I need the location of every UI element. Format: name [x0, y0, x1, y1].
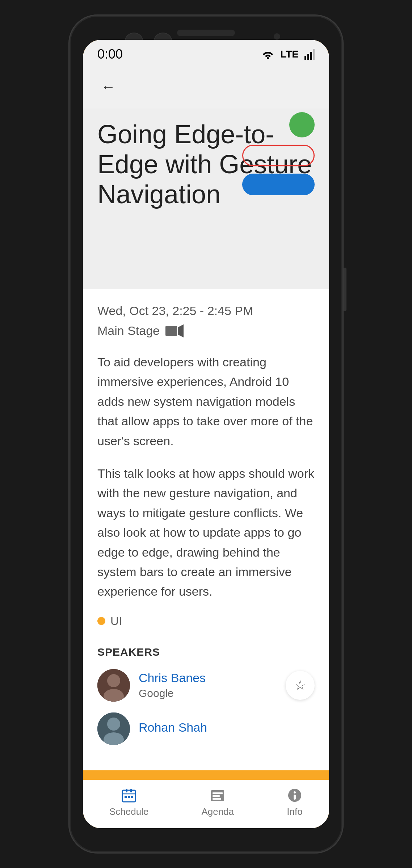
svg-rect-21 [213, 792, 223, 794]
schedule-icon [121, 787, 137, 803]
tag-row: UI [97, 614, 315, 628]
nav-item-schedule[interactable]: Schedule [109, 787, 148, 817]
svg-rect-5 [165, 326, 177, 336]
tag-label: UI [110, 614, 122, 628]
speaker-info-1: Chris Banes Google [139, 671, 277, 699]
svg-point-8 [107, 674, 120, 687]
lte-label: LTE [280, 48, 299, 60]
speaker-avatar-1 [97, 669, 130, 702]
star-icon: ☆ [294, 678, 306, 693]
svg-rect-14 [126, 789, 127, 792]
earpiece-speaker [177, 30, 235, 36]
wifi-icon [261, 49, 274, 60]
nav-label-schedule: Schedule [109, 806, 148, 817]
hero-buttons [242, 112, 315, 195]
side-button [344, 268, 346, 311]
session-location: Main Stage [97, 324, 315, 338]
phone-frame: 0:00 LTE [68, 14, 344, 854]
svg-point-11 [107, 718, 120, 731]
svg-point-0 [267, 57, 269, 59]
speaker-avatar-2 [97, 712, 130, 745]
svg-rect-15 [130, 789, 132, 792]
status-time: 0:00 [97, 47, 123, 62]
nav-item-agenda[interactable]: Agenda [201, 787, 234, 817]
nav-label-info: Info [287, 806, 302, 817]
svg-rect-23 [213, 798, 221, 800]
hero-section: Going Edge-to-Edge with Gesture Navigati… [83, 109, 329, 289]
svg-rect-18 [128, 796, 130, 798]
svg-rect-17 [125, 796, 127, 798]
green-dot-indicator [289, 112, 315, 137]
signal-icon [304, 49, 315, 60]
tag-dot-icon [97, 617, 105, 625]
speaker-row-2: Rohan Shah [97, 712, 315, 745]
sensor-dot [274, 33, 280, 40]
status-icons: LTE [261, 48, 315, 60]
content-section: Wed, Oct 23, 2:25 - 2:45 PM Main Stage T… [83, 289, 329, 770]
app-header: ← [83, 69, 329, 109]
description-text-2: This talk looks at how apps should work … [97, 464, 315, 601]
nav-label-agenda: Agenda [201, 806, 234, 817]
filled-button[interactable] [242, 174, 315, 195]
avatar-initials-2 [97, 712, 130, 745]
avatar-initials-1 [97, 669, 130, 702]
svg-rect-4 [313, 49, 315, 60]
speakers-heading: SPEAKERS [97, 646, 315, 658]
star-button[interactable]: ☆ [286, 671, 315, 700]
speakers-section: SPEAKERS [97, 646, 315, 745]
info-icon [287, 787, 303, 803]
svg-rect-22 [213, 795, 220, 797]
svg-point-25 [294, 791, 296, 793]
description-text-1: To aid developers with creating immersiv… [97, 352, 315, 451]
back-button[interactable]: ← [97, 76, 119, 98]
back-arrow-icon: ← [101, 79, 115, 95]
svg-rect-19 [131, 796, 133, 798]
outline-button[interactable] [242, 145, 315, 166]
video-icon [165, 324, 184, 337]
session-datetime: Wed, Oct 23, 2:25 - 2:45 PM [97, 304, 315, 318]
location-text: Main Stage [97, 324, 160, 338]
speaker-row-1: Chris Banes Google ☆ [97, 669, 315, 702]
svg-rect-1 [304, 56, 306, 60]
svg-rect-26 [294, 795, 296, 800]
speaker-name-1[interactable]: Chris Banes [139, 671, 277, 685]
status-bar: 0:00 LTE [83, 40, 329, 69]
speaker-name-2[interactable]: Rohan Shah [139, 720, 315, 735]
nav-item-info[interactable]: Info [287, 787, 303, 817]
screen-content: 0:00 LTE [83, 40, 329, 828]
speaker-info-2: Rohan Shah [139, 720, 315, 737]
svg-marker-6 [178, 324, 184, 337]
agenda-icon [210, 787, 226, 803]
svg-rect-2 [307, 54, 309, 60]
bottom-nav: Schedule Agenda [83, 780, 329, 828]
svg-rect-3 [310, 52, 312, 60]
phone-screen: 0:00 LTE [83, 40, 329, 828]
speaker-company-1: Google [139, 687, 277, 699]
